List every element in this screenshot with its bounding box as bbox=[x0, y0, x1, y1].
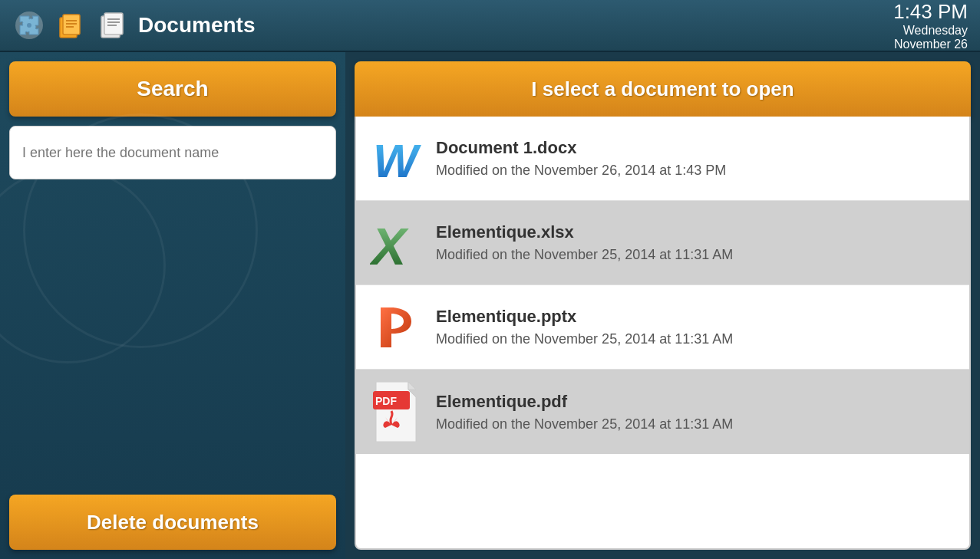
doc-name-xlsx: Elementique.xlsx bbox=[436, 222, 733, 242]
left-panel: Search Delete documents bbox=[0, 52, 345, 559]
doc-modified-docx: Modified on the November 26, 2014 at 1:4… bbox=[436, 163, 726, 179]
doc-info-xlsx: Elementique.xlsx Modified on the Novembe… bbox=[436, 222, 733, 263]
app-header: Documents 1:43 PM Wednesday November 26 bbox=[0, 0, 980, 52]
doc-modified-xlsx: Modified on the November 25, 2014 at 11:… bbox=[436, 247, 733, 263]
svg-marker-14 bbox=[376, 382, 416, 442]
svg-point-1 bbox=[27, 23, 31, 28]
excel-icon: X bbox=[368, 215, 424, 271]
puzzle-icon bbox=[12, 8, 46, 42]
document-list: W Document 1.docx Modified on the Novemb… bbox=[355, 117, 971, 550]
current-time: 1:43 PM bbox=[893, 0, 968, 24]
delete-documents-button[interactable]: Delete documents bbox=[9, 495, 336, 550]
document-item-xlsx[interactable]: X Elementique.xlsx Modified on the Novem… bbox=[356, 201, 969, 285]
header-icon-group bbox=[12, 8, 129, 42]
doc-info-pdf: Elementique.pdf Modified on the November… bbox=[436, 392, 733, 432]
powerpoint-icon bbox=[368, 300, 424, 355]
doc-info-pptx: Elementique.pptx Modified on the Novembe… bbox=[436, 307, 733, 347]
doc-name-docx: Document 1.docx bbox=[436, 138, 726, 158]
document-item-docx[interactable]: W Document 1.docx Modified on the Novemb… bbox=[356, 117, 969, 201]
right-panel: I select a document to open W bbox=[345, 52, 980, 559]
time-block: 1:43 PM Wednesday November 26 bbox=[893, 0, 968, 51]
doc-name-pptx: Elementique.pptx bbox=[436, 307, 733, 327]
search-input[interactable] bbox=[9, 126, 336, 179]
pdf-icon: PDF bbox=[368, 384, 424, 439]
svg-marker-15 bbox=[408, 382, 416, 390]
doc-modified-pdf: Modified on the November 25, 2014 at 11:… bbox=[436, 416, 733, 432]
left-spacer bbox=[9, 189, 336, 485]
svg-text:W: W bbox=[373, 134, 421, 185]
current-day: Wednesday bbox=[903, 24, 968, 38]
svg-text:PDF: PDF bbox=[375, 395, 397, 407]
main-content: Search Delete documents I select a docum… bbox=[0, 52, 980, 559]
word-icon: W bbox=[368, 131, 424, 186]
doc-info-docx: Document 1.docx Modified on the November… bbox=[436, 138, 726, 179]
doc-name-pdf: Elementique.pdf bbox=[436, 392, 733, 412]
document-item-pdf[interactable]: PDF Elementique.pdf Modified on the Nove… bbox=[356, 370, 969, 454]
svg-text:X: X bbox=[370, 217, 409, 269]
page-title: Documents bbox=[138, 13, 893, 38]
select-document-header: I select a document to open bbox=[355, 61, 971, 117]
document-item-pptx[interactable]: Elementique.pptx Modified on the Novembe… bbox=[356, 285, 969, 370]
doc-modified-pptx: Modified on the November 25, 2014 at 11:… bbox=[436, 331, 733, 347]
search-button[interactable]: Search bbox=[9, 61, 336, 117]
current-date: November 26 bbox=[894, 38, 968, 51]
svg-rect-8 bbox=[104, 13, 123, 35]
copy-icon-2 bbox=[95, 8, 129, 42]
copy-icon-1 bbox=[54, 8, 87, 42]
